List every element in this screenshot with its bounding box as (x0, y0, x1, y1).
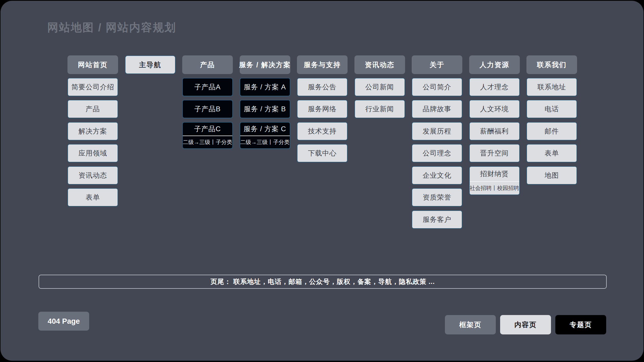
sitemap-node: 电话 (526, 100, 577, 118)
column-header: 服务 / 解决方案 (240, 55, 290, 74)
sitemap-node: 公司理念 (412, 144, 462, 162)
sitemap-column: 联系我们联系地址电话邮件表单地图 (526, 55, 577, 185)
sitemap-node: 解决方案 (67, 122, 118, 140)
legend-chip-special: 专题页 (555, 315, 606, 334)
sitemap-node: 服务 / 方案 B (240, 100, 290, 118)
sitemap-column: 资讯动态公司新闻行业新闻 (354, 55, 405, 118)
sitemap-node: 子产品B (182, 100, 233, 118)
sitemap-column: 产品子产品A子产品B子产品C二级→三级丨子分类 (182, 55, 233, 149)
sitemap-node: 行业新闻 (354, 100, 405, 118)
sitemap-column: 服务与支持服务公告服务网络技术支持下载中心 (297, 55, 348, 162)
sitemap-node: 企业文化 (412, 166, 462, 185)
sitemap-column: 主导航 (125, 55, 176, 74)
sitemap-node: 简要公司介绍 (67, 78, 118, 96)
sitemap-node: 资质荣誉 (412, 188, 462, 207)
sitemap-node: 产品 (67, 100, 118, 118)
sitemap-node: 子产品A (182, 78, 233, 96)
sitemap-column: 网站首页简要公司介绍产品解决方案应用领域资讯动态表单 (67, 55, 118, 207)
node-label: 招财纳贤 (470, 167, 519, 181)
sitemap-node: 技术支持 (297, 122, 348, 140)
404-page-label: 404 Page (48, 317, 80, 325)
footer-label: 页尾： 联系地址，电话，邮箱，公众号，版权，备案，导航，隐私政策 ... (210, 277, 435, 286)
sitemap-node: 邮件 (526, 122, 577, 140)
column-header: 服务与支持 (297, 55, 348, 74)
sitemap-node: 品牌故事 (412, 100, 462, 118)
sitemap-node: 服务 / 方案 A (240, 78, 290, 96)
column-header: 资讯动态 (354, 55, 405, 74)
sitemap-column: 服务 / 解决方案服务 / 方案 A服务 / 方案 B服务 / 方案 C二级→三… (240, 55, 290, 149)
node-sub-label: 二级→三级丨子分类 (183, 136, 232, 148)
main-nav-node: 主导航 (125, 55, 176, 74)
footer-node: 页尾： 联系地址，电话，邮箱，公众号，版权，备案，导航，隐私政策 ... (39, 275, 607, 289)
legend-chip-frame: 框架页 (445, 315, 496, 334)
column-header: 产品 (182, 55, 233, 74)
sitemap-node: 发展历程 (412, 122, 462, 140)
sitemap-node: 人文环境 (469, 100, 520, 118)
column-header: 关于 (412, 55, 462, 74)
legend-chip-content: 内容页 (500, 315, 551, 334)
column-header: 联系我们 (526, 55, 577, 74)
sitemap-node: 服务公告 (297, 78, 348, 96)
sitemap-node: 服务网络 (297, 100, 348, 118)
node-sub-label: 二级→三级丨子分类 (240, 136, 290, 148)
node-sub-label: 社会招聘丨校园招聘 (470, 181, 519, 195)
column-header: 网站首页 (67, 55, 118, 74)
sitemap-node: 表单 (526, 144, 577, 162)
sitemap-node: 服务 / 方案 C二级→三级丨子分类 (240, 122, 290, 149)
sitemap-node: 公司简介 (412, 78, 462, 96)
sitemap-node: 人才理念 (469, 78, 520, 96)
page-title: 网站地图 / 网站内容规划 (47, 20, 176, 35)
sitemap-node: 晋升空间 (469, 144, 520, 162)
sitemap-node: 子产品C二级→三级丨子分类 (182, 122, 233, 149)
sitemap-node: 下载中心 (297, 144, 348, 162)
node-label: 子产品C (183, 123, 232, 136)
sitemap-node: 资讯动态 (67, 166, 118, 185)
sitemap-node: 应用领域 (67, 144, 118, 162)
sitemap-node: 招财纳贤社会招聘丨校园招聘 (469, 166, 520, 195)
sitemap-columns: 网站首页简要公司介绍产品解决方案应用领域资讯动态表单主导航产品子产品A子产品B子… (67, 55, 577, 229)
column-header: 人力资源 (469, 55, 520, 74)
page-type-legend: 框架页内容页专题页 (445, 315, 606, 334)
sitemap-node: 公司新闻 (354, 78, 405, 96)
sitemap-node: 表单 (67, 188, 118, 207)
node-label: 服务 / 方案 C (240, 123, 290, 136)
sitemap-node: 薪酬福利 (469, 122, 520, 140)
404-page-node: 404 Page (38, 312, 89, 331)
sitemap-column: 关于公司简介品牌故事发展历程公司理念企业文化资质荣誉服务客户 (412, 55, 462, 229)
sitemap-node: 服务客户 (412, 210, 462, 229)
sitemap-column: 人力资源人才理念人文环境薪酬福利晋升空间招财纳贤社会招聘丨校园招聘 (469, 55, 520, 195)
sitemap-node: 地图 (526, 166, 577, 185)
sitemap-node: 联系地址 (526, 78, 577, 96)
sitemap-canvas: 网站地图 / 网站内容规划 网站首页简要公司介绍产品解决方案应用领域资讯动态表单… (1, 1, 643, 361)
